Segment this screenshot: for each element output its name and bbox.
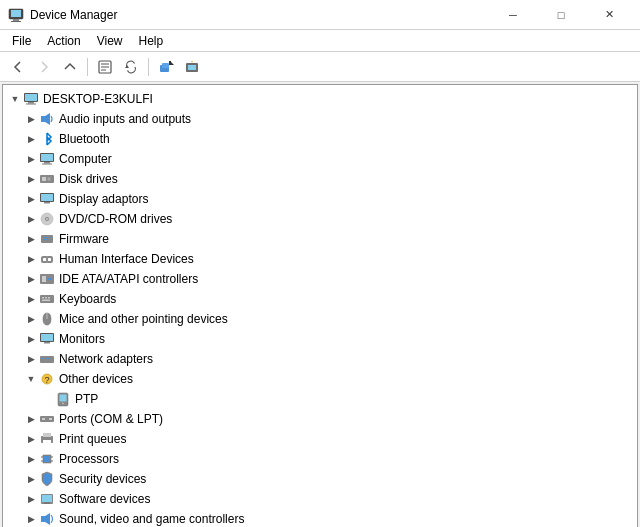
tree-item-other[interactable]: ▼?Other devices bbox=[3, 369, 637, 389]
monitor-icon bbox=[39, 331, 55, 347]
mouse-icon bbox=[39, 311, 55, 327]
svg-rect-57 bbox=[40, 356, 54, 363]
update-driver-button[interactable] bbox=[154, 55, 178, 79]
menu-file[interactable]: File bbox=[4, 32, 39, 50]
tree-item-bluetooth[interactable]: ▶Bluetooth bbox=[3, 129, 637, 149]
tree-item-computer[interactable]: ▶Computer bbox=[3, 149, 637, 169]
label-processors: Processors bbox=[59, 452, 119, 466]
svg-rect-36 bbox=[43, 237, 45, 238]
processor-icon bbox=[39, 451, 55, 467]
tree-item-mice[interactable]: ▶Mice and other pointing devices bbox=[3, 309, 637, 329]
tree-item-monitors[interactable]: ▶Monitors bbox=[3, 329, 637, 349]
maximize-button[interactable]: □ bbox=[538, 0, 584, 30]
tree-item-sound[interactable]: ▶Sound, video and game controllers bbox=[3, 509, 637, 527]
svg-marker-8 bbox=[125, 65, 129, 68]
tree-item-processors[interactable]: ▶Processors bbox=[3, 449, 637, 469]
tree-item-dvd[interactable]: ▶DVD/CD-ROM drives bbox=[3, 209, 637, 229]
tree-item-firmware[interactable]: ▶Firmware bbox=[3, 229, 637, 249]
menu-help[interactable]: Help bbox=[131, 32, 172, 50]
tree-item-display[interactable]: ▶Display adaptors bbox=[3, 189, 637, 209]
computer-icon bbox=[39, 151, 55, 167]
svg-rect-3 bbox=[11, 21, 21, 22]
svg-rect-64 bbox=[60, 395, 67, 402]
back-button[interactable] bbox=[6, 55, 30, 79]
svg-rect-46 bbox=[42, 276, 46, 282]
expand-icon-print[interactable]: ▶ bbox=[23, 431, 39, 447]
tree-item-software[interactable]: ▶Software devices bbox=[3, 489, 637, 509]
expand-icon-mice[interactable]: ▶ bbox=[23, 311, 39, 327]
tree-root[interactable]: ▼ DESKTOP-E3KULFI bbox=[3, 89, 637, 109]
svg-rect-47 bbox=[48, 278, 52, 280]
tree-item-ptp[interactable]: PTP bbox=[3, 389, 637, 409]
label-bluetooth: Bluetooth bbox=[59, 132, 110, 146]
app-icon bbox=[8, 7, 24, 23]
svg-rect-50 bbox=[45, 297, 47, 299]
expand-icon-audio[interactable]: ▶ bbox=[23, 111, 39, 127]
menu-view[interactable]: View bbox=[89, 32, 131, 50]
expand-icon-display[interactable]: ▶ bbox=[23, 191, 39, 207]
root-expand-icon[interactable]: ▼ bbox=[7, 91, 23, 107]
expand-icon-firmware[interactable]: ▶ bbox=[23, 231, 39, 247]
svg-rect-17 bbox=[25, 94, 37, 101]
svg-rect-19 bbox=[26, 104, 36, 105]
expand-icon-keyboards[interactable]: ▶ bbox=[23, 291, 39, 307]
menu-bar: File Action View Help bbox=[0, 30, 640, 52]
expand-icon-monitors[interactable]: ▶ bbox=[23, 331, 39, 347]
refresh-button[interactable] bbox=[119, 55, 143, 79]
expand-icon-computer[interactable]: ▶ bbox=[23, 151, 39, 167]
expand-icon-ports[interactable]: ▶ bbox=[23, 411, 39, 427]
tree-item-network[interactable]: ▶Network adapters bbox=[3, 349, 637, 369]
menu-action[interactable]: Action bbox=[39, 32, 88, 50]
label-disk: Disk drives bbox=[59, 172, 118, 186]
tree-item-keyboards[interactable]: ▶Keyboards bbox=[3, 289, 637, 309]
expand-icon-software[interactable]: ▶ bbox=[23, 491, 39, 507]
root-label: DESKTOP-E3KULFI bbox=[43, 92, 153, 106]
expand-icon-security[interactable]: ▶ bbox=[23, 471, 39, 487]
window-title: Device Manager bbox=[30, 8, 490, 22]
label-display: Display adaptors bbox=[59, 192, 148, 206]
expand-icon-other[interactable]: ▼ bbox=[23, 371, 39, 387]
audio-icon bbox=[39, 111, 55, 127]
label-software: Software devices bbox=[59, 492, 150, 506]
properties-button[interactable] bbox=[93, 55, 117, 79]
svg-rect-56 bbox=[44, 342, 50, 344]
expand-icon-sound[interactable]: ▶ bbox=[23, 511, 39, 527]
tree-item-print[interactable]: ▶Print queues bbox=[3, 429, 637, 449]
label-computer: Computer bbox=[59, 152, 112, 166]
forward-button[interactable] bbox=[32, 55, 56, 79]
tree-item-ports[interactable]: ▶Ports (COM & LPT) bbox=[3, 409, 637, 429]
ide-icon bbox=[39, 271, 55, 287]
svg-marker-21 bbox=[45, 113, 50, 125]
toolbar-separator-1 bbox=[87, 58, 88, 76]
tree-item-audio[interactable]: ▶Audio inputs and outputs bbox=[3, 109, 637, 129]
expand-icon-disk[interactable]: ▶ bbox=[23, 171, 39, 187]
svg-rect-10 bbox=[162, 63, 169, 68]
main-wrapper: ▼ DESKTOP-E3KULFI ▶Audio inputs and outp… bbox=[0, 84, 640, 527]
expand-icon-dvd[interactable]: ▶ bbox=[23, 211, 39, 227]
network-icon bbox=[39, 351, 55, 367]
svg-rect-40 bbox=[46, 239, 48, 240]
svg-rect-25 bbox=[42, 164, 52, 165]
svg-text:?: ? bbox=[44, 375, 49, 385]
expand-icon-hid[interactable]: ▶ bbox=[23, 251, 39, 267]
minimize-button[interactable]: ─ bbox=[490, 0, 536, 30]
tree-item-ide[interactable]: ▶IDE ATA/ATAPI controllers bbox=[3, 269, 637, 289]
device-tree[interactable]: ▼ DESKTOP-E3KULFI ▶Audio inputs and outp… bbox=[2, 84, 638, 527]
svg-rect-1 bbox=[11, 10, 21, 17]
expand-icon-bluetooth[interactable]: ▶ bbox=[23, 131, 39, 147]
expand-icon-processors[interactable]: ▶ bbox=[23, 451, 39, 467]
up-button[interactable] bbox=[58, 55, 82, 79]
close-button[interactable]: ✕ bbox=[586, 0, 632, 30]
svg-rect-67 bbox=[42, 418, 45, 420]
expand-icon-ide[interactable]: ▶ bbox=[23, 271, 39, 287]
label-dvd: DVD/CD-ROM drives bbox=[59, 212, 172, 226]
troubleshoot-button[interactable] bbox=[180, 55, 204, 79]
software-icon bbox=[39, 491, 55, 507]
tree-item-disk[interactable]: ▶Disk drives bbox=[3, 169, 637, 189]
label-ports: Ports (COM & LPT) bbox=[59, 412, 163, 426]
tree-item-hid[interactable]: ▶Human Interface Devices bbox=[3, 249, 637, 269]
label-network: Network adapters bbox=[59, 352, 153, 366]
display-icon bbox=[39, 191, 55, 207]
tree-item-security[interactable]: ▶Security devices bbox=[3, 469, 637, 489]
expand-icon-network[interactable]: ▶ bbox=[23, 351, 39, 367]
